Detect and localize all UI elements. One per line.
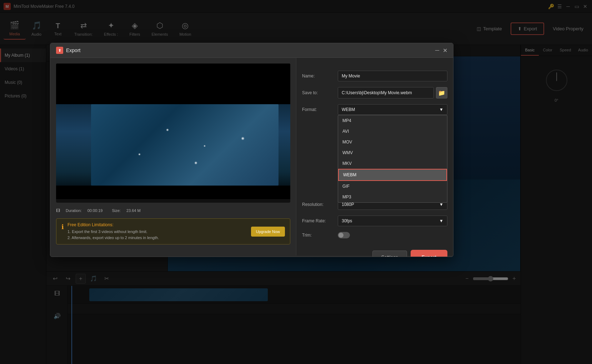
format-mp3-label: MP3 (342, 194, 351, 199)
sparkle-4 (138, 153, 141, 156)
save-to-label: Save to: (302, 90, 338, 95)
free-banner-line1: 1. Export the first 3 videos without len… (67, 229, 247, 235)
format-select[interactable]: WEBM ▼ (338, 104, 447, 115)
dialog-title-text: Export (66, 47, 80, 53)
save-to-controls: 📁 (338, 87, 447, 98)
dialog-title-icon: ⬆ (56, 47, 63, 54)
dialog-close-button[interactable]: ✕ (443, 47, 447, 54)
save-to-row: Save to: 📁 (302, 87, 447, 98)
format-option-mp3[interactable]: MP3 (338, 192, 447, 202)
dialog-minimize-button[interactable]: ─ (435, 47, 439, 54)
resolution-label: Resolution: (302, 202, 338, 207)
name-row: Name: (302, 71, 447, 81)
export-action-label: Export (422, 254, 436, 257)
format-mkv-label: MKV (342, 161, 352, 166)
free-banner-title: Free Edition Limitations: (67, 222, 247, 227)
resolution-chevron-icon: ▼ (439, 202, 443, 207)
format-option-gif[interactable]: GIF (338, 181, 447, 192)
preview-film-icon: 🎞 (56, 208, 60, 213)
trim-toggle[interactable] (338, 232, 350, 238)
format-wmv-label: WMV (342, 150, 353, 155)
format-option-mp4[interactable]: MP4 (338, 115, 447, 126)
dialog-header: ⬆ Export ─ ✕ (50, 43, 453, 58)
sparkle-5 (194, 161, 197, 165)
preview-video-inner (56, 64, 290, 199)
browse-button[interactable]: 📁 (436, 87, 447, 98)
frame-rate-value: 30fps (342, 218, 352, 223)
format-gif-label: GIF (342, 184, 350, 189)
preview-info: 🎞 Duration: 00:00:19 Size: 23.64 M (56, 207, 290, 214)
video-top-black (56, 64, 290, 104)
dialog-title: ⬆ Export (56, 47, 80, 54)
toggle-knob (338, 233, 343, 238)
resolution-value: 1080P (342, 202, 354, 207)
video-water (91, 104, 279, 186)
format-row: Format: WEBM ▼ MP4 AVI MO (302, 104, 447, 115)
dialog-body: 🎞 Duration: 00:00:19 Size: 23.64 M ℹ Fre… (50, 58, 453, 256)
format-mp4-label: MP4 (342, 118, 351, 123)
format-selected-value: WEBM (342, 107, 355, 112)
frame-rate-label: Frame Rate: (302, 218, 338, 223)
format-option-webm[interactable]: WEBM (338, 169, 447, 181)
frame-rate-select[interactable]: 30fps ▼ (338, 216, 447, 226)
dialog-preview: 🎞 Duration: 00:00:19 Size: 23.64 M ℹ Fre… (50, 58, 296, 256)
sparkle-2 (204, 145, 206, 147)
preview-video (56, 64, 290, 203)
format-option-mov[interactable]: MOV (338, 137, 447, 147)
save-to-input[interactable] (338, 87, 434, 98)
preview-duration-label: Duration: (66, 208, 82, 213)
preview-duration-value: 00:00:19 (87, 208, 103, 213)
format-mov-label: MOV (342, 140, 352, 145)
format-avi-label: AVI (342, 129, 349, 134)
settings-label: Settings (381, 254, 398, 257)
frame-rate-chevron-icon: ▼ (439, 218, 443, 223)
trim-label: Trim: (302, 233, 338, 238)
name-input[interactable] (338, 71, 447, 81)
preview-size-value: 23.64 M (126, 208, 141, 213)
format-option-avi[interactable]: AVI (338, 126, 447, 137)
settings-button[interactable]: Settings (372, 251, 407, 257)
free-banner-line2: 2. Afterwards, export video up to 2 minu… (67, 235, 247, 241)
preview-size-label: Size: (112, 208, 120, 213)
format-webm-label: WEBM (343, 172, 356, 177)
info-icon: ℹ (61, 223, 64, 231)
export-dialog: ⬆ Export ─ ✕ (50, 43, 453, 257)
dialog-overlay: ⬆ Export ─ ✕ (0, 0, 592, 364)
frame-rate-row: Frame Rate: 30fps ▼ (302, 216, 447, 226)
export-action-button[interactable]: Export (411, 250, 447, 257)
upgrade-now-label: Upgrade Now (256, 229, 280, 234)
video-bottom-black (56, 186, 290, 199)
format-label: Format: (302, 107, 338, 112)
dialog-controls[interactable]: ─ ✕ (435, 47, 447, 54)
format-option-mkv[interactable]: MKV (338, 158, 447, 169)
name-label: Name: (302, 74, 338, 79)
free-limitations-banner: ℹ Free Edition Limitations: 1. Export th… (56, 218, 290, 244)
trim-row: Trim: (302, 232, 447, 238)
free-banner-text: Free Edition Limitations: 1. Export the … (67, 222, 247, 241)
dialog-footer: Settings Export (302, 244, 447, 257)
upgrade-now-button[interactable]: Upgrade Now (251, 227, 285, 237)
sparkle-1 (166, 128, 169, 131)
format-chevron-icon: ▼ (439, 107, 443, 112)
dialog-settings: PC Device Name: Save to: 📁 (296, 58, 453, 256)
format-dropdown: MP4 AVI MOV WMV MKV (338, 115, 447, 203)
format-option-wmv[interactable]: WMV (338, 147, 447, 158)
sparkle-3 (241, 137, 245, 140)
